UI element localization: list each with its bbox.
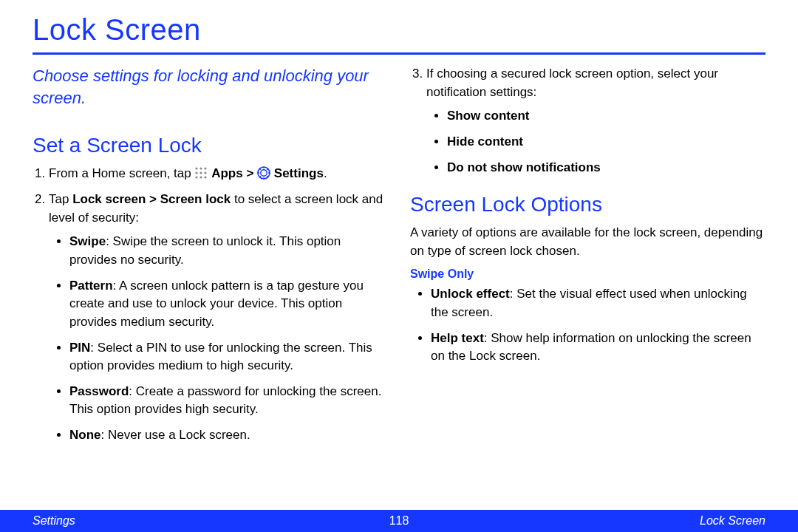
unlock-effect-title: Unlock effect xyxy=(431,287,510,301)
step-1-settings-label: Settings xyxy=(274,166,324,180)
step-2-text-a: Tap xyxy=(49,192,72,206)
step-3: If choosing a secured lock screen option… xyxy=(426,65,765,177)
steps-list: From a Home screen, tap Apps > Settings.… xyxy=(33,165,388,444)
notif-do-not-show-label: Do not show notifications xyxy=(447,160,601,174)
notif-hide-content-label: Hide content xyxy=(447,134,523,149)
step-3-text: If choosing a secured lock screen option… xyxy=(426,66,718,99)
document-page: Lock Screen Choose settings for locking … xyxy=(0,0,798,532)
footer-topic-name: Lock Screen xyxy=(700,514,765,528)
option-none-desc: : Never use a Lock screen. xyxy=(101,428,250,442)
option-password-title: Password xyxy=(69,384,129,398)
page-title: Lock Screen xyxy=(33,13,765,47)
notif-show-content: Show content xyxy=(447,107,765,126)
svg-point-7 xyxy=(200,177,202,179)
option-swipe-title: Swipe xyxy=(69,234,106,248)
footer-page-number: 118 xyxy=(389,514,409,528)
swipe-only-list: Unlock effect: Set the visual effect use… xyxy=(410,285,765,366)
right-column: If choosing a secured lock screen option… xyxy=(410,65,765,452)
subheading-swipe-only: Swipe Only xyxy=(410,267,765,281)
notif-show-content-label: Show content xyxy=(447,109,529,123)
svg-point-5 xyxy=(205,172,207,174)
option-pin-title: PIN xyxy=(69,341,90,355)
step-1-period: . xyxy=(324,166,327,180)
option-password: Password: Create a password for unlockin… xyxy=(69,383,388,419)
svg-point-0 xyxy=(196,168,198,170)
page-footer: Settings 118 Lock Screen xyxy=(0,510,798,532)
option-pattern-desc: : A screen unlock pattern is a tap gestu… xyxy=(69,279,364,329)
option-pattern: Pattern: A screen unlock pattern is a ta… xyxy=(69,277,388,332)
item-help-text: Help text: Show help information on unlo… xyxy=(431,330,765,366)
two-column-layout: Choose settings for locking and unlockin… xyxy=(33,65,765,452)
options-paragraph: A variety of options are available for t… xyxy=(410,224,765,260)
option-pin: PIN: Select a PIN to use for unlocking t… xyxy=(69,339,388,375)
option-pattern-title: Pattern xyxy=(69,279,113,293)
settings-gear-icon xyxy=(257,166,270,180)
left-column: Choose settings for locking and unlockin… xyxy=(33,65,388,452)
item-unlock-effect: Unlock effect: Set the visual effect use… xyxy=(431,285,765,321)
step-1-apps-label: Apps > xyxy=(211,166,257,180)
svg-point-4 xyxy=(200,172,202,174)
option-none: None: Never use a Lock screen. xyxy=(69,426,388,445)
lock-options-list: Swipe: Swipe the screen to unlock it. Th… xyxy=(49,233,388,444)
option-swipe: Swipe: Swipe the screen to unlock it. Th… xyxy=(69,233,388,269)
svg-point-2 xyxy=(205,168,207,170)
svg-point-10 xyxy=(261,170,267,176)
svg-point-1 xyxy=(200,168,202,170)
heading-set-screen-lock: Set a Screen Lock xyxy=(33,134,388,157)
notification-options-list: Show content Hide content Do not show no… xyxy=(426,107,765,177)
notif-do-not-show: Do not show notifications xyxy=(447,159,765,177)
step-2: Tap Lock screen > Screen lock to select … xyxy=(49,191,388,445)
svg-point-8 xyxy=(205,177,207,179)
help-text-title: Help text xyxy=(431,331,484,345)
option-pin-desc: : Select a PIN to use for unlocking the … xyxy=(69,341,372,373)
apps-grid-icon xyxy=(194,166,208,180)
heading-screen-lock-options: Screen Lock Options xyxy=(410,193,765,216)
svg-point-3 xyxy=(196,172,198,174)
title-rule xyxy=(33,52,765,55)
steps-list-continued: If choosing a secured lock screen option… xyxy=(410,65,765,177)
notif-hide-content: Hide content xyxy=(447,133,765,151)
step-1: From a Home screen, tap Apps > Settings. xyxy=(49,165,388,183)
svg-point-6 xyxy=(196,177,198,179)
option-swipe-desc: : Swipe the screen to unlock it. This op… xyxy=(69,234,341,267)
step-2-path: Lock screen > Screen lock xyxy=(72,192,231,206)
intro-text: Choose settings for locking and unlockin… xyxy=(33,65,388,109)
option-none-title: None xyxy=(69,428,101,442)
step-1-text-a: From a Home screen, tap xyxy=(49,166,194,180)
footer-section-name: Settings xyxy=(33,514,75,528)
